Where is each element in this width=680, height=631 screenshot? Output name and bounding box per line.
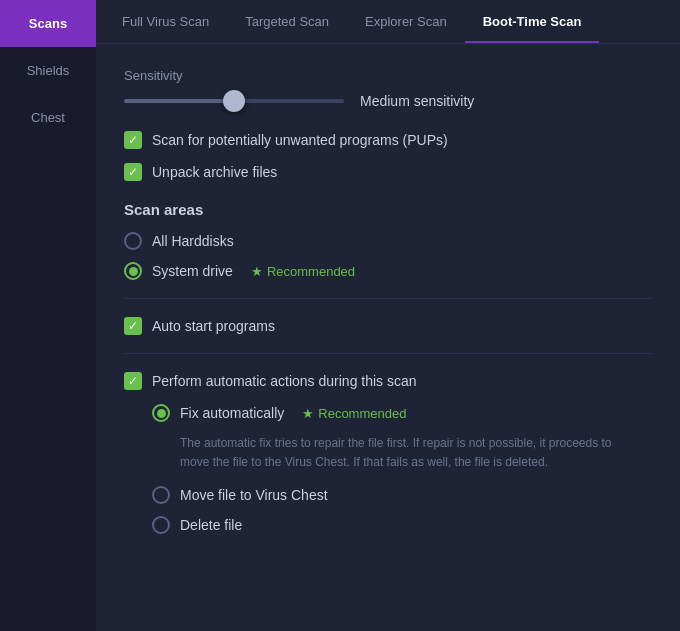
checkbox-unpack-label: Unpack archive files bbox=[152, 164, 277, 180]
main-panel: Full Virus Scan Targeted Scan Explorer S… bbox=[96, 0, 680, 631]
sensitivity-label: Sensitivity bbox=[124, 68, 652, 83]
checkbox-pups-box[interactable]: ✓ bbox=[124, 131, 142, 149]
checkbox-pups[interactable]: ✓ Scan for potentially unwanted programs… bbox=[124, 131, 652, 149]
checkbox-autostart-box[interactable]: ✓ bbox=[124, 317, 142, 335]
sidebar: Scans Shields Chest bbox=[0, 0, 96, 631]
radio-move-chest-label: Move file to Virus Chest bbox=[180, 487, 328, 503]
checkmark-perform-actions-icon: ✓ bbox=[128, 375, 138, 387]
checkbox-autostart[interactable]: ✓ Auto start programs bbox=[124, 317, 652, 335]
tab-full-virus-scan[interactable]: Full Virus Scan bbox=[104, 0, 227, 43]
content-area: Sensitivity Medium sensitivity ✓ Scan fo… bbox=[96, 44, 680, 631]
radio-fix-auto-inner bbox=[157, 409, 166, 418]
radio-fix-auto-button[interactable] bbox=[152, 404, 170, 422]
checkbox-pups-label: Scan for potentially unwanted programs (… bbox=[152, 132, 448, 148]
radio-all-harddisks-label: All Harddisks bbox=[152, 233, 234, 249]
sensitivity-slider[interactable] bbox=[124, 99, 344, 103]
radio-system-drive-inner bbox=[129, 267, 138, 276]
tab-explorer-scan[interactable]: Explorer Scan bbox=[347, 0, 465, 43]
radio-system-drive-button[interactable] bbox=[124, 262, 142, 280]
checkbox-autostart-label: Auto start programs bbox=[152, 318, 275, 334]
checkmark-autostart-icon: ✓ bbox=[128, 320, 138, 332]
fix-auto-recommended-badge: ★ Recommended bbox=[302, 406, 406, 421]
divider-2 bbox=[124, 353, 652, 354]
radio-fix-automatically[interactable]: Fix automatically ★ Recommended bbox=[152, 404, 652, 422]
checkmark-pups-icon: ✓ bbox=[128, 134, 138, 146]
checkbox-perform-actions-label: Perform automatic actions during this sc… bbox=[152, 373, 417, 389]
radio-delete-file-label: Delete file bbox=[180, 517, 242, 533]
sidebar-item-shields[interactable]: Shields bbox=[0, 47, 96, 94]
system-drive-recommended-badge: ★ Recommended bbox=[251, 264, 355, 279]
tab-bar: Full Virus Scan Targeted Scan Explorer S… bbox=[96, 0, 680, 44]
scan-areas-heading: Scan areas bbox=[124, 201, 652, 218]
sidebar-item-chest[interactable]: Chest bbox=[0, 94, 96, 141]
sidebar-item-scans[interactable]: Scans bbox=[0, 0, 96, 47]
sidebar-label-scans: Scans bbox=[29, 16, 67, 31]
sidebar-label-chest: Chest bbox=[31, 110, 65, 125]
radio-system-drive[interactable]: System drive ★ Recommended bbox=[124, 262, 652, 280]
divider-1 bbox=[124, 298, 652, 299]
radio-delete-file-button[interactable] bbox=[152, 516, 170, 534]
radio-move-chest-button[interactable] bbox=[152, 486, 170, 504]
system-drive-star-icon: ★ bbox=[251, 264, 263, 279]
radio-system-drive-label: System drive bbox=[152, 263, 233, 279]
fix-auto-recommended-text: Recommended bbox=[318, 406, 406, 421]
tab-boot-time-scan[interactable]: Boot-Time Scan bbox=[465, 0, 600, 43]
fix-auto-description: The automatic fix tries to repair the fi… bbox=[180, 434, 640, 472]
system-drive-recommended-text: Recommended bbox=[267, 264, 355, 279]
sidebar-label-shields: Shields bbox=[27, 63, 70, 78]
radio-all-harddisks-button[interactable] bbox=[124, 232, 142, 250]
radio-all-harddisks[interactable]: All Harddisks bbox=[124, 232, 652, 250]
sensitivity-row: Medium sensitivity bbox=[124, 93, 652, 109]
radio-delete-file[interactable]: Delete file bbox=[152, 516, 652, 534]
radio-move-to-chest[interactable]: Move file to Virus Chest bbox=[152, 486, 652, 504]
sensitivity-value-label: Medium sensitivity bbox=[360, 93, 474, 109]
radio-fix-auto-label: Fix automatically bbox=[180, 405, 284, 421]
fix-auto-star-icon: ★ bbox=[302, 406, 314, 421]
checkbox-perform-actions-box[interactable]: ✓ bbox=[124, 372, 142, 390]
checkbox-perform-actions[interactable]: ✓ Perform automatic actions during this … bbox=[124, 372, 652, 390]
checkbox-unpack-box[interactable]: ✓ bbox=[124, 163, 142, 181]
fix-other-options: Move file to Virus Chest Delete file bbox=[152, 486, 652, 534]
tab-targeted-scan[interactable]: Targeted Scan bbox=[227, 0, 347, 43]
checkmark-unpack-icon: ✓ bbox=[128, 166, 138, 178]
checkbox-unpack[interactable]: ✓ Unpack archive files bbox=[124, 163, 652, 181]
fix-section: Fix automatically ★ Recommended The auto… bbox=[152, 404, 652, 534]
